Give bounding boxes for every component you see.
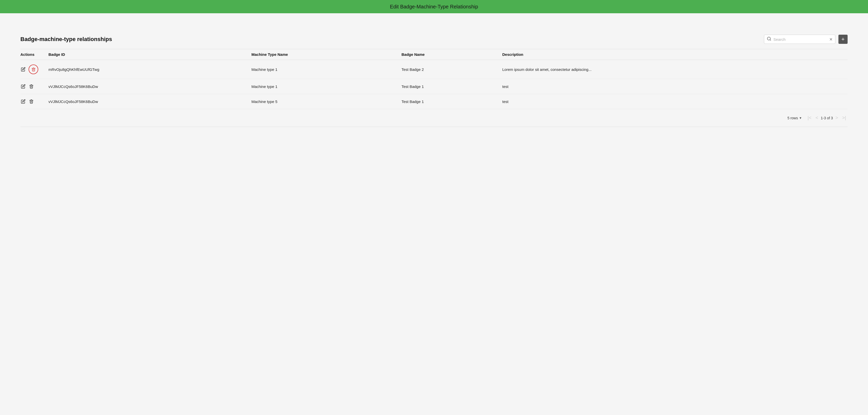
edit-button[interactable] (21, 99, 26, 104)
col-badge-name: Badge Name (401, 49, 502, 60)
add-button[interactable]: + (838, 35, 847, 44)
relationships-table: Actions Badge ID Machine Type Name Badge… (21, 49, 847, 109)
table-row: vVJlMJCcQs6oJF58K6BuDwMachine type 1Test… (21, 79, 847, 94)
svg-line-1 (770, 39, 771, 40)
badge-name-cell: Test Badge 2 (401, 60, 502, 79)
pagination-row: 5 rows ▼ |< < 1-3 of 3 > >| (21, 109, 847, 124)
badge-id-cell: vVJlMJCcQs6oJF58K6BuDw (49, 94, 251, 109)
rows-per-page-selector[interactable]: 5 rows ▼ (787, 116, 802, 120)
col-description: Description (502, 49, 847, 60)
delete-button[interactable] (29, 84, 34, 89)
table-header: Actions Badge ID Machine Type Name Badge… (21, 49, 847, 60)
page-title: Edit Badge-Machine-Type Relationship (390, 4, 478, 10)
col-machine-type-name: Machine Type Name (251, 49, 401, 60)
actions-cell (21, 60, 49, 79)
table-header-row: Badge-machine-type relationships ✕ + (21, 29, 847, 49)
next-page-button[interactable]: > (834, 114, 840, 122)
delete-button[interactable] (29, 99, 34, 104)
actions-group (21, 99, 44, 104)
actions-group (21, 84, 44, 89)
machine-type-name-cell: Machine type 1 (251, 79, 401, 94)
actions-group (21, 64, 44, 74)
rows-per-page-arrow-icon: ▼ (799, 116, 802, 120)
delete-button[interactable] (29, 64, 38, 74)
top-bar: Edit Badge-Machine-Type Relationship (0, 0, 868, 13)
prev-page-button[interactable]: < (814, 114, 820, 122)
search-area: ✕ + (764, 35, 847, 44)
main-content: Badge-machine-type relationships ✕ + Act… (0, 13, 868, 137)
pagination-controls: |< < 1-3 of 3 > >| (806, 114, 847, 122)
first-page-button[interactable]: |< (806, 114, 813, 122)
table-row: mRvOju8gQhKhfEwUUfGTwgMachine type 1Test… (21, 60, 847, 79)
section-title: Badge-machine-type relationships (21, 36, 112, 42)
badge-id-cell: vVJlMJCcQs6oJF58K6BuDw (49, 79, 251, 94)
search-input[interactable] (773, 37, 827, 41)
description-cell: test (502, 79, 847, 94)
edit-button[interactable] (21, 84, 26, 89)
search-icon (767, 36, 771, 42)
rows-per-page-label: 5 rows (787, 116, 798, 120)
description-cell: Lorem ipsum dolor sit amet, consectetur … (502, 60, 847, 79)
actions-cell (21, 79, 49, 94)
table-row: vVJlMJCcQs6oJF58K6BuDwMachine type 5Test… (21, 94, 847, 109)
search-box: ✕ (764, 35, 835, 44)
machine-type-name-cell: Machine type 5 (251, 94, 401, 109)
edit-button[interactable] (21, 67, 26, 72)
col-actions: Actions (21, 49, 49, 60)
bottom-divider (21, 127, 847, 127)
badge-name-cell: Test Badge 1 (401, 79, 502, 94)
actions-cell (21, 94, 49, 109)
col-badge-id: Badge ID (49, 49, 251, 60)
description-cell: test (502, 94, 847, 109)
page-info: 1-3 of 3 (821, 116, 833, 120)
clear-search-button[interactable]: ✕ (829, 37, 833, 42)
badge-id-cell: mRvOju8gQhKhfEwUUfGTwg (49, 60, 251, 79)
badge-name-cell: Test Badge 1 (401, 94, 502, 109)
machine-type-name-cell: Machine type 1 (251, 60, 401, 79)
last-page-button[interactable]: >| (841, 114, 847, 122)
